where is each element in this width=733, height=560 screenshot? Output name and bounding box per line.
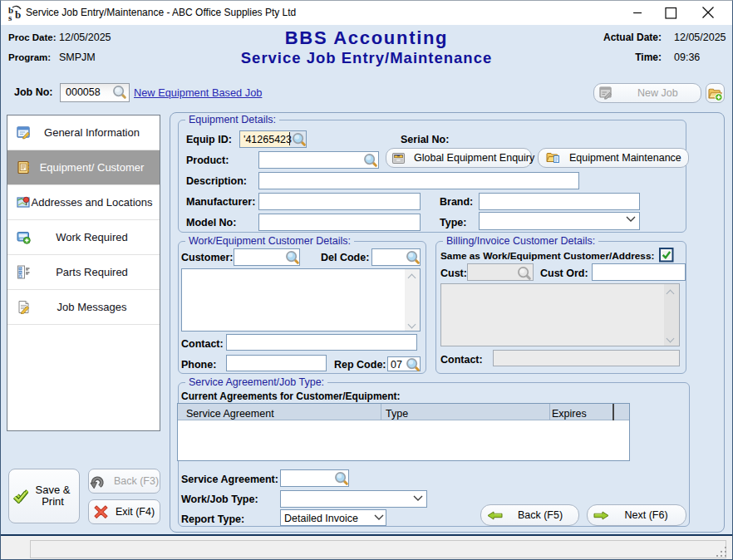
svg-text:s: s — [8, 12, 12, 22]
svg-text:b: b — [15, 8, 21, 21]
